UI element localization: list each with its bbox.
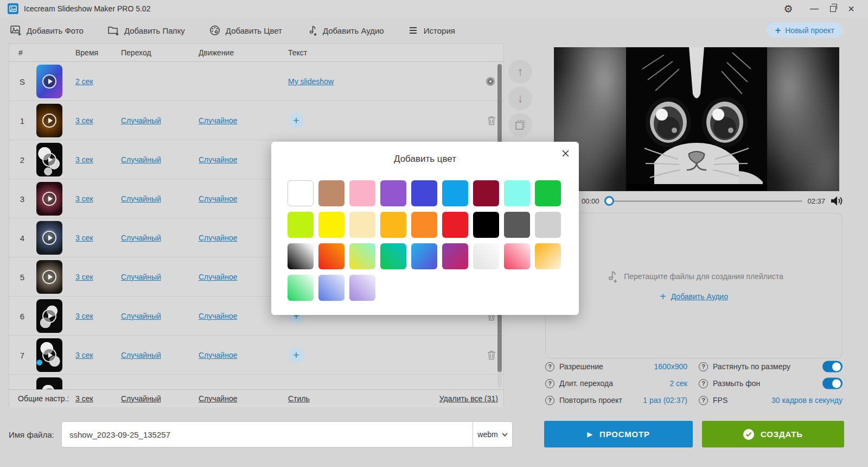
- crop-button[interactable]: [508, 113, 532, 137]
- motion-link[interactable]: Случайное: [199, 116, 237, 125]
- transition-link[interactable]: Случайный: [121, 312, 161, 320]
- color-swatch-white[interactable]: [288, 180, 314, 206]
- time-link[interactable]: 3 сек: [75, 234, 93, 242]
- time-link[interactable]: 3 сек: [75, 116, 93, 125]
- add-folder-button[interactable]: Добавить Папку: [107, 24, 185, 36]
- color-swatch-red[interactable]: [442, 212, 468, 238]
- create-button[interactable]: СОЗДАТЬ: [702, 421, 844, 447]
- seek-handle[interactable]: [604, 196, 614, 206]
- transition-link[interactable]: Случайный: [121, 234, 161, 242]
- transition-link[interactable]: Случайный: [121, 194, 161, 203]
- color-swatch-azure[interactable]: [442, 180, 468, 206]
- blur-bg-toggle[interactable]: [822, 378, 843, 389]
- motion-link[interactable]: Случайное: [199, 234, 237, 242]
- dialog-close-button[interactable]: [558, 146, 572, 160]
- motion-link[interactable]: Случайное: [199, 351, 237, 359]
- footer-style-link[interactable]: Стиль: [288, 394, 310, 403]
- footer-transition-link[interactable]: Случайный: [121, 394, 161, 403]
- time-link[interactable]: 3 сек: [75, 312, 93, 320]
- add-text-button[interactable]: +: [288, 347, 304, 363]
- table-row-8[interactable]: 8: [9, 375, 503, 389]
- time-link[interactable]: 3 сек: [75, 273, 93, 281]
- maximize-button[interactable]: [824, 2, 842, 16]
- transition-link[interactable]: Случайный: [121, 351, 161, 359]
- color-swatch-light-gray[interactable]: [535, 212, 561, 238]
- color-swatch-grad-red-orange[interactable]: [318, 243, 344, 269]
- add-color-button[interactable]: Добавить Цвет: [209, 24, 282, 36]
- table-row-1[interactable]: 1 3 сек Случайный Случайное +: [9, 101, 503, 140]
- slide-thumbnail[interactable]: [36, 143, 62, 176]
- table-row-7[interactable]: 7 3 сек Случайный Случайное +: [9, 336, 503, 375]
- new-project-button[interactable]: + Новый проект: [767, 23, 843, 37]
- transition-link[interactable]: Случайный: [121, 273, 161, 281]
- fps-value-link[interactable]: 30 кадров в секунду: [771, 396, 843, 405]
- color-swatch-blue-violet[interactable]: [411, 180, 437, 206]
- filename-input[interactable]: [62, 422, 473, 447]
- slide-thumbnail[interactable]: [36, 377, 62, 389]
- stretch-toggle[interactable]: [822, 361, 843, 373]
- video-preview[interactable]: [554, 47, 839, 191]
- color-swatch-green[interactable]: [535, 180, 561, 206]
- transition-duration-value-link[interactable]: 2 сек: [669, 379, 687, 388]
- color-swatch-grad-black-white[interactable]: [288, 243, 314, 269]
- settings-gear-icon[interactable]: ⚙: [779, 2, 797, 16]
- trash-icon[interactable]: [487, 350, 496, 360]
- motion-link[interactable]: Случайное: [199, 312, 237, 320]
- color-swatch-amber[interactable]: [380, 212, 406, 238]
- color-swatch-grad-purple-lavender[interactable]: [349, 275, 375, 301]
- time-link[interactable]: 3 сек: [75, 155, 93, 164]
- color-swatch-yellow[interactable]: [318, 212, 344, 238]
- slide-thumbnail[interactable]: [36, 221, 62, 255]
- slide-thumbnail[interactable]: [36, 338, 62, 372]
- footer-motion-link[interactable]: Случайное: [199, 394, 237, 403]
- time-link[interactable]: 3 сек: [75, 351, 93, 359]
- time-link[interactable]: 2 сек: [75, 77, 93, 86]
- slide-thumbnail[interactable]: [36, 104, 62, 137]
- color-swatch-grad-green-cyan[interactable]: [380, 243, 406, 269]
- color-swatch-grad-green-white[interactable]: [288, 275, 314, 301]
- color-swatch-orange[interactable]: [411, 212, 437, 238]
- color-swatch-grad-amber-white[interactable]: [535, 243, 561, 269]
- color-swatch-black[interactable]: [473, 212, 499, 238]
- help-icon[interactable]: ?: [545, 379, 554, 388]
- motion-link[interactable]: Случайное: [199, 273, 237, 281]
- color-swatch-grad-yellow-mint[interactable]: [349, 243, 375, 269]
- eye-icon[interactable]: [485, 76, 496, 87]
- preview-button[interactable]: ▶ ПРОСМОТР: [544, 421, 693, 447]
- trash-icon[interactable]: [487, 116, 496, 125]
- help-icon[interactable]: ?: [699, 396, 708, 405]
- help-icon[interactable]: ?: [699, 379, 708, 388]
- help-icon[interactable]: ?: [699, 362, 708, 371]
- color-swatch-grad-purple-crimson[interactable]: [442, 243, 468, 269]
- color-swatch-pink[interactable]: [349, 180, 375, 206]
- color-swatch-dark-gray[interactable]: [504, 212, 530, 238]
- close-button[interactable]: ×: [842, 2, 860, 16]
- color-swatch-grad-cyan-indigo[interactable]: [411, 243, 437, 269]
- volume-icon[interactable]: [830, 195, 843, 206]
- motion-link[interactable]: Случайное: [199, 155, 237, 164]
- color-swatch-purple[interactable]: [380, 180, 406, 206]
- color-swatch-grad-blue-lavender[interactable]: [318, 275, 344, 301]
- help-icon[interactable]: ?: [545, 396, 554, 405]
- slide-thumbnail[interactable]: [36, 65, 62, 98]
- help-icon[interactable]: ?: [545, 362, 554, 371]
- audio-playlist-dropzone[interactable]: Перетащите файлы для создания плейлиста …: [545, 213, 843, 358]
- transition-link[interactable]: Случайный: [121, 116, 161, 125]
- color-swatch-aqua[interactable]: [504, 180, 530, 206]
- repeat-value-link[interactable]: 1 раз (02:37): [643, 396, 687, 405]
- move-up-button[interactable]: ↑: [508, 60, 532, 84]
- footer-time-link[interactable]: 3 сек: [75, 394, 93, 403]
- slide-thumbnail[interactable]: [36, 299, 62, 333]
- move-down-button[interactable]: ↓: [508, 86, 532, 110]
- slide-thumbnail[interactable]: [36, 182, 62, 216]
- slide-thumbnail[interactable]: [36, 260, 62, 294]
- table-row-s[interactable]: S 2 сек My slideshow: [9, 62, 503, 101]
- delete-all-link[interactable]: Удалить все (31): [439, 394, 498, 403]
- color-swatch-chartreuse[interactable]: [288, 212, 314, 238]
- history-button[interactable]: История: [408, 25, 455, 36]
- add-audio-link[interactable]: + Добавить Аудио: [660, 291, 728, 302]
- color-swatch-dark-red[interactable]: [473, 180, 499, 206]
- transition-link[interactable]: Случайный: [121, 155, 161, 164]
- minimize-button[interactable]: —: [805, 2, 824, 16]
- format-select[interactable]: webm: [473, 422, 512, 447]
